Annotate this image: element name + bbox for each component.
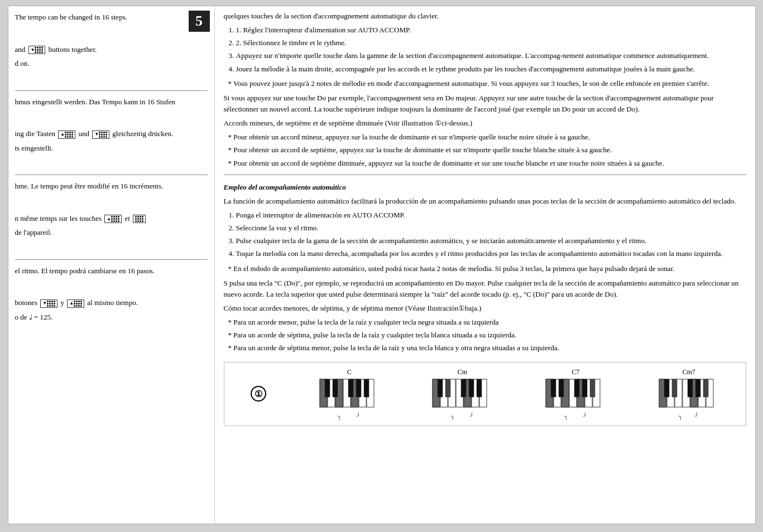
left-section-french2: n même temps sur les touches ▲ et bbox=[15, 213, 208, 249]
chord-cm-diagram: Cm bbox=[432, 368, 492, 420]
svg-rect-57 bbox=[703, 379, 708, 397]
section-divider bbox=[224, 175, 746, 175]
fr-step-3: Appuyez sur n'importe quelle touche dans… bbox=[236, 50, 746, 61]
de-ts-label: ts eingestellt. bbox=[15, 143, 208, 154]
svg-rect-55 bbox=[688, 379, 693, 397]
page-number: 5 bbox=[189, 11, 210, 32]
es-botones-label: botones bbox=[15, 298, 40, 307]
es-section-title: Empleo del acompañamiento automático bbox=[224, 182, 746, 193]
en-d-on: d on. bbox=[15, 58, 208, 69]
svg-rect-43 bbox=[590, 379, 595, 397]
left-section-english2: and ▼ buttons together. d on. bbox=[15, 44, 208, 80]
es-bullet-3: Para un acorde de séptima menor, pulse l… bbox=[228, 342, 746, 354]
chord-cm7-label: Cm7 bbox=[682, 368, 695, 376]
en-and-label: and bbox=[15, 45, 27, 54]
chord-cm-piano bbox=[432, 379, 492, 409]
circle-number: ① bbox=[251, 386, 266, 402]
es-tempo-text: el ritmo. El tempo podrá cambiarse en 16… bbox=[15, 265, 208, 277]
svg-rect-28 bbox=[477, 379, 482, 397]
fr-bullets-list: Pour obtenir un accord mineur, appuyez s… bbox=[228, 132, 746, 168]
piano-diagrams-container: ① C bbox=[224, 362, 746, 426]
divider-2 bbox=[15, 175, 208, 175]
svg-rect-39 bbox=[551, 379, 556, 397]
svg-rect-10 bbox=[325, 379, 330, 397]
es-para2b: Cómo tocar acordes menores, de séptima, … bbox=[224, 303, 746, 314]
fr-step-2: 2. Sélectionnez le timbre et le rythme. bbox=[236, 37, 746, 49]
chord-cm-hands: ╮ ╯ bbox=[451, 413, 474, 420]
es-step-3: Pulse cualquier tecla de la gama de la s… bbox=[236, 235, 746, 246]
fr-meme-label: n même temps sur les touches bbox=[15, 214, 104, 223]
svg-rect-26 bbox=[461, 379, 466, 397]
fr-buttons-text: n même temps sur les touches ▲ et bbox=[15, 213, 208, 224]
fr-steps-list: 1. Réglez l'interrupteur d'alimentation … bbox=[236, 25, 746, 75]
es-y-label: y bbox=[60, 298, 66, 307]
left-section-german2: ing die Tasten ▲ und ▼ bbox=[15, 128, 208, 165]
chord-c-piano bbox=[319, 379, 380, 409]
es-para2: S pulsa una tecla "C (Do)", por ejemplo,… bbox=[224, 278, 746, 300]
svg-rect-11 bbox=[333, 379, 338, 397]
es-step-1: Ponga el interruptor de alimentación en … bbox=[236, 210, 746, 221]
es-note-1: En el mdodo de acompañamiento automático… bbox=[228, 263, 746, 274]
es-step-4: Toque la melodía con la mano derecha, ac… bbox=[236, 248, 746, 259]
chord-cm7-piano bbox=[659, 379, 719, 409]
left-section-spanish: el ritmo. El tempo podrá cambiarse en 16… bbox=[15, 265, 208, 288]
de-buttons-text: ing die Tasten ▲ und ▼ bbox=[15, 128, 208, 139]
svg-rect-41 bbox=[574, 379, 579, 397]
chord-c-label: C bbox=[347, 368, 352, 376]
page-container: 5 The tempo can be changed in 16 steps. … bbox=[8, 6, 756, 524]
es-step-2: Seleccione la voz y el ritmo. bbox=[236, 223, 746, 234]
chord-c7-label: C7 bbox=[572, 368, 579, 376]
chord-c7-hands: ╮ ╯ bbox=[564, 413, 588, 420]
es-buttons-text: botones ▼ y ▲ bbox=[15, 297, 208, 308]
svg-rect-14 bbox=[364, 379, 369, 397]
svg-rect-40 bbox=[559, 379, 564, 397]
en-buttons-label: buttons together. bbox=[49, 45, 97, 54]
fr-step-1: 1. Réglez l'interrupteur d'alimentation … bbox=[236, 25, 746, 36]
right-column: quelques touches de la section d'accompa… bbox=[215, 6, 755, 524]
fr-et-label: et bbox=[125, 214, 132, 223]
svg-rect-24 bbox=[438, 379, 443, 397]
chord-cm-label: Cm bbox=[458, 368, 467, 376]
es-o-de-label: o de ♩ = 125. bbox=[15, 312, 208, 323]
divider-3 bbox=[15, 259, 208, 260]
en-tempo-text: The tempo can be changed in 16 steps. bbox=[15, 12, 208, 23]
svg-rect-54 bbox=[672, 379, 677, 397]
chord-cm7-hands: ╮ ╯ bbox=[679, 413, 699, 420]
inline-button-1: ▼ bbox=[28, 46, 46, 54]
es-bullet-1: Para un acorde menor, pulse la tecla de … bbox=[228, 317, 746, 328]
svg-rect-56 bbox=[695, 379, 700, 397]
fr-notes-list: Vous pouvez jouer jusqu'à 2 notes de mél… bbox=[228, 78, 746, 89]
left-section-english: The tempo can be changed in 16 steps. bbox=[15, 12, 208, 34]
circle-diagram: ① bbox=[251, 386, 266, 402]
fr-tempo-text: hme. Le tempo peut être modifié en 16 in… bbox=[15, 181, 208, 192]
chord-cm7-diagram: Cm7 bbox=[659, 368, 719, 420]
fr-para1b: Accords mineurs, de septième et de septi… bbox=[224, 118, 746, 129]
inline-button-fr1: ▲ bbox=[104, 215, 122, 223]
inline-button-es1: ▼ bbox=[40, 299, 57, 308]
svg-rect-25 bbox=[445, 379, 450, 397]
fr-appareil-label: de l'appareil. bbox=[15, 227, 208, 238]
fr-step-4: Jouez la mélodie à la main droite, accom… bbox=[236, 64, 746, 75]
svg-rect-13 bbox=[356, 379, 361, 397]
fr-para1: Si vous appuyez sur une touche Do par ex… bbox=[224, 93, 746, 115]
de-tempo-text: hmus eingestellt werden. Das Tempo kann … bbox=[15, 96, 208, 108]
fr-bullet-1: Pour obtenir un accord mineur, appuyez s… bbox=[228, 132, 746, 143]
svg-rect-12 bbox=[348, 379, 353, 397]
inline-button-de1: ▲ bbox=[58, 130, 75, 139]
es-al-mismo-label: al mismo tiempo. bbox=[87, 298, 138, 307]
left-section-french: hme. Le tempo peut être modifié en 16 in… bbox=[15, 181, 208, 203]
de-und-label: und bbox=[78, 129, 91, 138]
svg-rect-42 bbox=[582, 379, 587, 397]
de-ing-label: ing die Tasten bbox=[15, 129, 57, 138]
inline-button-fr2 bbox=[133, 215, 146, 223]
left-section-german: hmus eingestellt werden. Das Tempo kann … bbox=[15, 96, 208, 119]
es-bullets-list: Para un acorde menor, pulse la tecla de … bbox=[228, 317, 746, 354]
chord-c-hands: ╮ ╯ bbox=[338, 413, 361, 420]
left-section-spanish2: botones ▼ y ▲ bbox=[15, 297, 208, 333]
fr-note-1: Vous pouvez jouer jusqu'à 2 notes de mél… bbox=[228, 78, 746, 89]
es-intro-para: La función de acompañamiento automático … bbox=[224, 196, 746, 207]
fr-intro-line1: quelques touches de la section d'accompa… bbox=[224, 11, 746, 22]
left-column: 5 The tempo can be changed in 16 steps. … bbox=[8, 6, 215, 524]
svg-rect-27 bbox=[469, 379, 474, 397]
inline-button-de2: ▼ bbox=[92, 130, 109, 139]
